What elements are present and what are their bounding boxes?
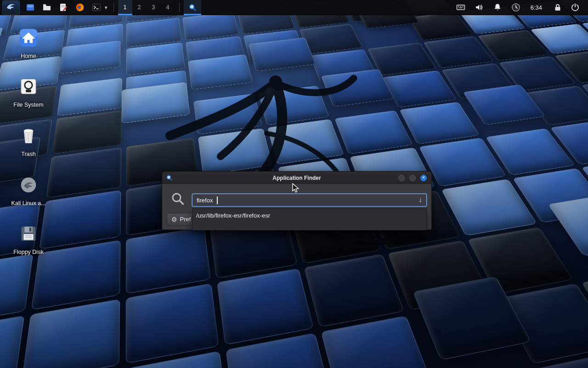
close-button[interactable]: ✕ [420,175,427,181]
desktop-icon-kali-linux[interactable]: Kali Linux a... [6,174,51,207]
wallpaper-cube [126,283,219,364]
launcher-files-app[interactable] [23,1,38,14]
volume-icon [475,3,484,12]
dropdown-arrow-icon[interactable]: ↓ [419,196,423,203]
workspace-button-3[interactable]: 3 [147,0,161,15]
window-title: Application Finder [162,175,431,181]
notifications-bell-icon [493,3,502,12]
completion-item[interactable]: /usr/lib/firefox-esr/firefox-esr [192,209,426,222]
screen: ▾ 1 2 3 4 6:34 [0,0,588,368]
chevron-down-icon: ▾ [105,5,107,11]
application-finder-window: Application Finder ✕ ↓ ⚙ Pref /usr/lib/f… [162,171,432,230]
workspace-label: 4 [166,4,169,11]
window-app-finder-icon [166,174,173,181]
firefox-icon [75,3,85,12]
workspace-button-4[interactable]: 4 [161,0,175,15]
launcher-terminal[interactable] [89,1,104,14]
taskbar-button-application-finder[interactable] [184,0,201,15]
wallpaper-cube [0,316,24,368]
workspace-label: 3 [152,4,155,11]
panel-clock[interactable]: 6:34 [526,4,548,11]
completion-popup: /usr/lib/firefox-esr/firefox-esr [192,208,427,230]
terminal-icon [92,3,101,12]
wallpaper-cube [22,299,120,368]
workspace-button-1[interactable]: 1 [118,0,132,15]
launcher-firefox[interactable] [73,1,87,14]
wallpaper-cube [46,147,121,198]
titlebar[interactable]: Application Finder ✕ [162,172,431,184]
kali-menu-icon [6,2,17,13]
panel-separator [113,3,114,12]
search-entry: ↓ [192,194,427,207]
workspace-button-2[interactable]: 2 [132,0,147,15]
desktop-icon-label: File System [13,102,43,108]
applications-menu-button[interactable] [3,1,19,14]
maximize-button[interactable] [409,175,416,181]
wallpaper-cube [52,110,122,155]
desktop-icon-file-system[interactable]: File System [6,75,51,108]
file-manager-icon [42,3,51,12]
minimize-button[interactable] [398,175,405,181]
app-finder-icon [188,3,197,12]
wallpaper-cube [463,84,545,125]
logout-button[interactable] [567,1,583,14]
notifications-indicator[interactable] [489,1,506,14]
workspace-label: 1 [123,4,126,11]
desktop-icon-floppy-disk[interactable]: Floppy Disk [6,223,51,255]
files-app-icon [26,3,35,12]
wallpaper-cube [217,268,314,345]
clock-status-icon [511,3,520,12]
search-input[interactable] [192,194,426,206]
keyboard-indicator[interactable] [452,1,469,14]
home-icon [17,27,40,49]
search-icon [170,191,185,208]
preferences-button-label: Pref [180,216,191,223]
text-caret [217,196,218,204]
power-icon [571,3,580,12]
terminal-menu-arrow[interactable]: ▾ [105,1,109,14]
kali-linux-icon [17,174,40,196]
system-tray: 6:34 [452,1,585,14]
file-system-icon [17,75,40,98]
lock-icon [553,3,562,12]
gear-icon: ⚙ [171,216,177,223]
wallpaper-cube [39,190,121,249]
floppy-disk-icon [17,223,40,245]
launcher-text-editor[interactable] [56,1,71,14]
window-body: ↓ ⚙ Pref /usr/lib/firefox-esr/firefox-es… [162,184,431,230]
wallpaper-cube [0,254,33,327]
text-editor-icon [59,3,68,12]
desktop-icon-label: Home [21,53,36,59]
kali-dragon-silhouette [138,28,432,267]
wallpaper-cube [57,78,122,116]
desktop-icon-label: Kali Linux a... [11,200,45,207]
volume-indicator[interactable] [471,1,487,14]
panel-separator [179,3,180,12]
desktop-icon-trash[interactable]: Trash [6,125,51,157]
status-indicator[interactable] [508,1,524,14]
trash-icon [17,125,40,147]
desktop-icon-label: Floppy Disk [13,249,43,255]
launcher-file-manager[interactable] [40,1,54,14]
session-controls [549,1,585,14]
keyboard-icon [456,3,465,12]
top-panel: ▾ 1 2 3 4 6:34 [0,0,588,15]
close-icon: ✕ [422,176,425,180]
titlebar-buttons: ✕ [398,175,431,181]
workspace-label: 2 [137,4,141,11]
desktop-icon-label: Trash [21,151,36,157]
desktop-icon-home[interactable]: Home [6,27,51,59]
lock-screen-button[interactable] [549,1,566,14]
